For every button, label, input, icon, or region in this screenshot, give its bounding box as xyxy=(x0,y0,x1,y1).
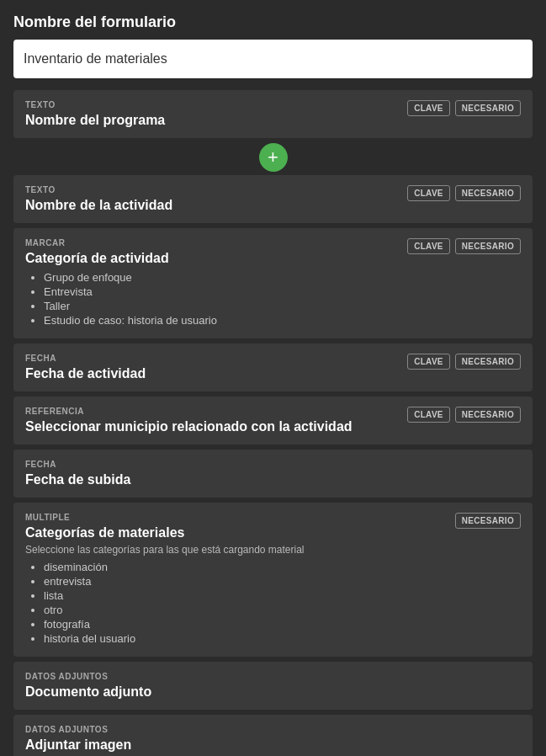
field-card-field-municipio: REFERENCIASeleccionar municipio relacion… xyxy=(13,397,533,445)
necesario-badge[interactable]: NECESARIO xyxy=(455,185,521,201)
necesario-badge[interactable]: NECESARIO xyxy=(455,100,521,116)
field-name: Fecha de subida xyxy=(25,472,521,487)
field-badges: CLAVENECESARIO xyxy=(407,354,521,370)
form-title-label: Nombre del formulario xyxy=(13,13,533,31)
field-description: Seleccione las categorías para las que e… xyxy=(25,544,521,556)
list-item: historia del usuario xyxy=(44,632,521,645)
list-item: Estudio de caso: historia de usuario xyxy=(44,314,521,327)
field-card-field-documento-adjunto: DATOS ADJUNTOSDocumento adjunto xyxy=(13,662,533,710)
field-card-field-adjuntar-imagen: DATOS ADJUNTOSAdjuntar imagen xyxy=(13,715,533,756)
field-card-field-fecha-subida: FECHAFecha de subida xyxy=(13,450,533,498)
field-name: Categorías de materiales xyxy=(25,525,521,540)
list-item: diseminación xyxy=(44,561,521,573)
field-badges: NECESARIO xyxy=(455,513,521,529)
field-type-label: DATOS ADJUNTOS xyxy=(25,672,521,681)
fields-container: TEXTONombre del programaCLAVENECESARIO+T… xyxy=(13,90,533,756)
necesario-badge[interactable]: NECESARIO xyxy=(455,513,521,529)
field-name: Documento adjunto xyxy=(25,684,521,700)
field-name: Adjuntar imagen xyxy=(25,737,521,753)
field-badges: CLAVENECESARIO xyxy=(407,185,521,201)
field-badges: CLAVENECESARIO xyxy=(407,407,521,423)
clave-badge[interactable]: CLAVE xyxy=(407,238,450,254)
field-list: diseminaciónentrevistalistaotrofotografí… xyxy=(25,561,521,645)
list-item: lista xyxy=(44,589,521,602)
field-list: Grupo de enfoqueEntrevistaTallerEstudio … xyxy=(25,271,521,327)
field-card-field-actividad: TEXTONombre de la actividadCLAVENECESARI… xyxy=(13,175,533,223)
clave-badge[interactable]: CLAVE xyxy=(407,407,450,423)
field-card-field-categorias-materiales: MULTIPLECategorías de materialesSeleccio… xyxy=(13,503,533,657)
add-field-button[interactable]: + xyxy=(259,143,288,172)
necesario-badge[interactable]: NECESARIO xyxy=(455,238,521,254)
list-item: otro xyxy=(44,604,521,616)
form-name-input[interactable] xyxy=(13,40,533,78)
list-item: Grupo de enfoque xyxy=(44,271,521,284)
field-badges: CLAVENECESARIO xyxy=(407,238,521,254)
list-item: entrevista xyxy=(44,575,521,588)
field-badges: CLAVENECESARIO xyxy=(407,100,521,116)
field-type-label: FECHA xyxy=(25,460,521,469)
add-field-wrapper: + xyxy=(13,143,533,172)
clave-badge[interactable]: CLAVE xyxy=(407,185,450,201)
clave-badge[interactable]: CLAVE xyxy=(407,100,450,116)
field-type-label: DATOS ADJUNTOS xyxy=(25,725,521,734)
necesario-badge[interactable]: NECESARIO xyxy=(455,407,521,423)
page-container: Nombre del formulario TEXTONombre del pr… xyxy=(0,0,546,756)
list-item: Taller xyxy=(44,300,521,312)
clave-badge[interactable]: CLAVE xyxy=(407,354,450,370)
field-type-label: MULTIPLE xyxy=(25,513,521,522)
field-card-field-categoria-actividad: MARCARCategoría de actividadGrupo de enf… xyxy=(13,228,533,338)
list-item: fotografía xyxy=(44,618,521,631)
necesario-badge[interactable]: NECESARIO xyxy=(455,354,521,370)
field-card-field-fecha-actividad: FECHAFecha de actividadCLAVENECESARIO xyxy=(13,343,533,391)
field-card-field-programa: TEXTONombre del programaCLAVENECESARIO xyxy=(13,90,533,138)
list-item: Entrevista xyxy=(44,285,521,298)
